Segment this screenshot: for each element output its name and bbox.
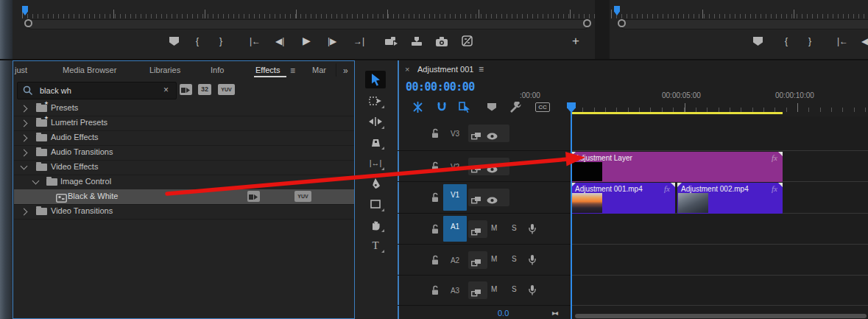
- 32bit-filter-icon[interactable]: 32: [198, 84, 211, 95]
- sync-lock-icon[interactable]: [471, 225, 481, 239]
- timeline-tab-title[interactable]: Adjustment 001: [417, 65, 473, 74]
- voiceover-mic-icon[interactable]: [529, 255, 536, 268]
- overwrite-button[interactable]: [411, 36, 423, 49]
- captions-icon[interactable]: CC: [534, 99, 551, 114]
- chevron-down-icon[interactable]: [32, 178, 40, 185]
- sync-lock-icon[interactable]: [471, 130, 481, 143]
- track-label-a2[interactable]: A2: [443, 255, 467, 266]
- mark-out-button[interactable]: }: [219, 35, 222, 47]
- tab-adjust-clipped[interactable]: just: [15, 66, 27, 74]
- play-button[interactable]: ▶: [303, 35, 311, 46]
- mute-button[interactable]: M: [491, 255, 497, 263]
- track-content-a2[interactable]: [571, 245, 868, 276]
- track-content-a1[interactable]: [571, 214, 868, 245]
- track-label-v2[interactable]: V2: [443, 161, 467, 172]
- tab-info[interactable]: Info: [211, 66, 224, 74]
- insert-as-nest-icon[interactable]: [409, 99, 426, 114]
- track-header-v1[interactable]: V1: [398, 182, 571, 214]
- mark-out-button[interactable]: }: [808, 35, 811, 47]
- track-select-forward-tool[interactable]: [365, 92, 386, 110]
- fx-badge[interactable]: fx: [772, 184, 777, 193]
- track-content-v3[interactable]: [571, 116, 868, 151]
- track-label-v3[interactable]: V3: [443, 128, 467, 139]
- chevron-right-icon[interactable]: [21, 135, 28, 142]
- go-to-in-button[interactable]: |←: [250, 35, 261, 47]
- add-marker-icon[interactable]: [484, 99, 500, 114]
- button-editor-plus[interactable]: +: [572, 35, 579, 47]
- global-fx-mute-button[interactable]: [462, 35, 473, 49]
- tree-item-video-transitions[interactable]: Video Transitions: [14, 204, 354, 220]
- panel-overflow-icon[interactable]: »: [343, 66, 348, 76]
- voiceover-mic-icon[interactable]: [529, 285, 536, 298]
- solo-button[interactable]: S: [512, 255, 517, 263]
- program-monitor-ruler[interactable]: [611, 10, 868, 18]
- playhead-timecode[interactable]: 00:00:00:00: [406, 80, 475, 94]
- lock-icon[interactable]: [431, 224, 440, 237]
- hand-tool[interactable]: [365, 216, 386, 234]
- track-header-a3[interactable]: A3 M S: [398, 276, 571, 306]
- go-to-out-button[interactable]: →|: [353, 35, 364, 47]
- chevron-down-icon[interactable]: [21, 163, 28, 170]
- mark-in-button[interactable]: {: [196, 35, 199, 47]
- zoom-handle-left[interactable]: [618, 19, 626, 27]
- chevron-right-icon[interactable]: [21, 105, 28, 113]
- panel-menu-icon[interactable]: ≡: [290, 66, 295, 76]
- fx-badge[interactable]: fx: [664, 184, 670, 193]
- tree-item-audio-transitions[interactable]: Audio Transitions: [14, 145, 354, 161]
- type-tool[interactable]: T: [365, 236, 386, 254]
- solo-button[interactable]: S: [512, 224, 517, 232]
- program-zoom-scrollbar[interactable]: [620, 19, 868, 29]
- search-input[interactable]: [38, 84, 159, 97]
- timeline-playhead-line[interactable]: [571, 103, 572, 319]
- timeline-panel-menu-icon[interactable]: ≡: [479, 64, 484, 74]
- fit-timeline-icon[interactable]: ▸◂: [552, 309, 557, 317]
- lock-icon[interactable]: [431, 128, 440, 141]
- insert-button[interactable]: [385, 36, 398, 49]
- clip-adjustment-layer[interactable]: Adjustment Layer fx: [571, 152, 783, 182]
- accelerated-effects-filter-icon[interactable]: [180, 84, 192, 95]
- tree-item-presets[interactable]: Presets: [14, 101, 354, 116]
- lock-icon[interactable]: [431, 192, 440, 206]
- mute-button[interactable]: M: [491, 285, 497, 293]
- track-header-v2[interactable]: V2: [398, 151, 571, 182]
- timeline-ruler[interactable]: [571, 103, 868, 112]
- sync-lock-icon[interactable]: [471, 163, 481, 176]
- track-header-a2[interactable]: A2 M S: [398, 245, 571, 276]
- lock-icon[interactable]: [431, 161, 440, 175]
- chevron-right-icon[interactable]: [21, 120, 28, 127]
- solo-button[interactable]: S: [512, 285, 517, 293]
- clip-adjustment-001[interactable]: Adjustment 001.mp4 fx: [571, 183, 675, 214]
- tab-markers-clipped[interactable]: Mar: [312, 66, 326, 74]
- sync-lock-icon[interactable]: [471, 256, 481, 270]
- sync-lock-icon[interactable]: [471, 287, 481, 300]
- chevron-right-icon[interactable]: [21, 208, 28, 216]
- tree-item-lumetri-presets[interactable]: Lumetri Presets: [14, 116, 354, 131]
- source-zoom-scrollbar[interactable]: [27, 19, 589, 29]
- step-back-button[interactable]: ◀: [861, 35, 868, 47]
- yuv-filter-icon[interactable]: YUV: [218, 84, 235, 95]
- step-back-button[interactable]: ◀|: [275, 35, 284, 47]
- snap-magnet-icon[interactable]: [434, 99, 450, 114]
- zoom-handle-right[interactable]: [583, 19, 591, 27]
- go-to-in-button[interactable]: |←: [837, 35, 848, 47]
- lock-icon[interactable]: [431, 255, 440, 268]
- effects-search-box[interactable]: ×: [17, 82, 177, 99]
- mute-button[interactable]: M: [491, 224, 497, 232]
- track-label-a3[interactable]: A3: [443, 285, 467, 296]
- master-track-header[interactable]: 0.0 ▸◂: [398, 306, 571, 319]
- clip-adjustment-002[interactable]: Adjustment 002.mp4 fx: [677, 183, 783, 214]
- sync-lock-icon[interactable]: [471, 194, 481, 207]
- export-frame-button[interactable]: [436, 36, 448, 49]
- tab-libraries[interactable]: Libraries: [149, 66, 180, 74]
- toggle-track-output-eye-icon[interactable]: [487, 163, 498, 176]
- tab-media-browser[interactable]: Media Browser: [63, 66, 116, 74]
- voiceover-mic-icon[interactable]: [529, 224, 536, 237]
- razor-tool[interactable]: [365, 133, 386, 151]
- lock-icon[interactable]: [431, 285, 440, 298]
- rectangle-tool[interactable]: [365, 195, 386, 213]
- track-content-a3[interactable]: [571, 276, 868, 306]
- tree-item-image-control[interactable]: Image Control: [14, 175, 354, 190]
- track-target-a1[interactable]: A1: [443, 216, 467, 242]
- search-clear-icon[interactable]: ×: [163, 85, 169, 95]
- zoom-handle-left[interactable]: [24, 19, 32, 27]
